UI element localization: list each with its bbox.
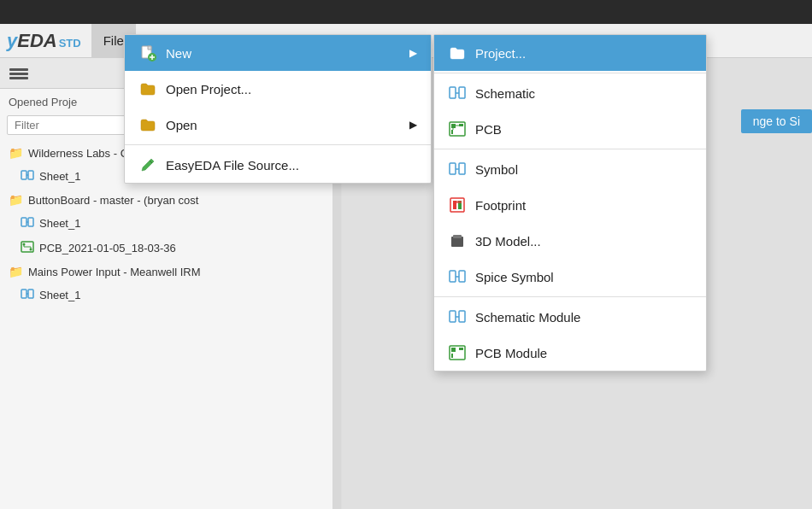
project-name: Mains Power Input - Meanwell IRM	[28, 266, 201, 278]
svg-rect-46	[451, 354, 453, 358]
folder-icon: 📁	[9, 146, 23, 160]
list-item[interactable]: Sheet_1	[0, 211, 341, 236]
submenu-item-3dmodel[interactable]: 3D Model...	[434, 223, 706, 259]
project-name: ButtonBoard - master - (bryan cost	[28, 194, 198, 207]
menu-item-open-project[interactable]: Open Project...	[125, 71, 431, 107]
submenu-item-schematic-module[interactable]: Schematic Module	[434, 299, 706, 335]
pencil-icon	[138, 155, 157, 174]
svg-rect-25	[451, 130, 453, 134]
submenu-item-pcb[interactable]: PCB	[434, 111, 706, 147]
project-name: PCB_2021-01-05_18-03-36	[39, 242, 176, 254]
schematic-icon	[21, 168, 34, 184]
menu-item-easyeda-label: EasyEDA File Source...	[166, 158, 299, 173]
svg-rect-3	[21, 171, 26, 179]
submenu-item-spice-symbol-label: Spice Symbol	[475, 270, 554, 284]
menu-item-open[interactable]: Open ▶	[125, 107, 431, 143]
menu-item-new[interactable]: New ▶	[125, 35, 431, 71]
svg-rect-20	[450, 87, 456, 98]
file-menu-dropdown: New ▶ Open Project... Open ▶ EasyEDA F	[124, 34, 432, 184]
svg-rect-7	[28, 218, 33, 226]
menu-item-new-label: New	[166, 46, 191, 61]
svg-rect-37	[453, 235, 462, 238]
menu-item-open-project-label: Open Project...	[166, 82, 251, 97]
svg-rect-4	[28, 171, 33, 179]
svg-rect-32	[450, 198, 464, 212]
layers-icon[interactable]	[7, 61, 31, 85]
pcb-icon	[21, 240, 34, 256]
app-logo: yEDA STD	[0, 30, 88, 52]
pcb-icon	[448, 120, 467, 138]
list-item[interactable]: 📁 ButtonBoard - master - (bryan cost	[0, 189, 341, 211]
list-item[interactable]: 📁 Mains Power Input - Meanwell IRM	[0, 260, 341, 283]
project-name: Sheet_1	[39, 170, 80, 183]
svg-rect-6	[21, 218, 26, 226]
new-submenu-dropdown: Project... Schematic PCB	[433, 34, 707, 372]
schematic-icon	[21, 215, 34, 231]
submenu-arrow-open: ▶	[409, 119, 417, 131]
symbol-icon	[448, 160, 467, 178]
open-project-icon	[138, 79, 157, 98]
svg-rect-0	[9, 68, 28, 71]
menu-item-easyeda-file[interactable]: EasyEDA File Source...	[125, 147, 431, 183]
submenu-item-project-label: Project...	[475, 46, 526, 61]
schematic-module-icon	[448, 307, 467, 326]
submenu-item-symbol-label: Symbol	[475, 162, 518, 177]
menu-divider	[125, 144, 431, 145]
list-item[interactable]: Sheet_1	[0, 283, 341, 307]
svg-rect-1	[9, 73, 28, 75]
svg-rect-41	[450, 311, 456, 322]
svg-rect-2	[9, 77, 28, 79]
submenu-item-footprint[interactable]: Footprint	[434, 187, 706, 223]
submenu-item-footprint-label: Footprint	[475, 198, 526, 213]
project-name: Sheet_1	[39, 289, 80, 301]
submenu-divider-3	[434, 296, 706, 297]
submenu-item-schematic-module-label: Schematic Module	[475, 310, 580, 325]
schematic-icon	[448, 84, 467, 102]
logo-std: STD	[59, 37, 81, 50]
svg-rect-26	[459, 124, 463, 126]
submenu-divider-1	[434, 73, 706, 73]
pcb-module-icon	[448, 343, 467, 362]
menu-item-open-label: Open	[166, 118, 197, 132]
submenu-arrow: ▶	[409, 47, 417, 59]
change-to-si-button[interactable]: nge to Si	[741, 109, 812, 133]
svg-rect-38	[450, 271, 456, 282]
svg-rect-47	[459, 348, 463, 350]
submenu-item-pcb-label: PCB	[475, 122, 502, 137]
svg-rect-12	[21, 290, 26, 298]
svg-rect-42	[459, 311, 465, 322]
svg-rect-21	[459, 87, 465, 98]
project-icon	[448, 44, 467, 62]
svg-rect-13	[28, 290, 33, 298]
footprint-icon	[448, 196, 467, 214]
svg-rect-24	[451, 124, 456, 128]
logo-y: y	[7, 30, 17, 52]
svg-rect-29	[450, 163, 456, 174]
submenu-item-project[interactable]: Project...	[434, 35, 706, 71]
top-bar	[0, 0, 812, 24]
schematic-icon	[21, 287, 34, 303]
3dmodel-icon	[448, 231, 467, 250]
folder-icon: 📁	[9, 193, 23, 207]
project-name: Sheet_1	[39, 217, 80, 230]
folder-icon: 📁	[9, 265, 23, 278]
svg-rect-35	[453, 201, 462, 203]
spice-symbol-icon	[448, 267, 467, 286]
list-item[interactable]: PCB_2021-01-05_18-03-36	[0, 236, 341, 260]
submenu-item-spice-symbol[interactable]: Spice Symbol	[434, 259, 706, 295]
submenu-divider-2	[434, 149, 706, 149]
svg-rect-30	[459, 163, 465, 174]
new-file-icon	[138, 44, 157, 62]
svg-rect-39	[459, 271, 465, 282]
logo-eda: EDA	[17, 30, 56, 52]
submenu-item-schematic[interactable]: Schematic	[434, 75, 706, 111]
svg-rect-45	[451, 348, 456, 352]
submenu-item-3dmodel-label: 3D Model...	[475, 234, 541, 249]
submenu-item-schematic-label: Schematic	[475, 86, 535, 101]
submenu-item-symbol[interactable]: Symbol	[434, 151, 706, 187]
submenu-item-pcb-module[interactable]: PCB Module	[434, 335, 706, 371]
submenu-item-pcb-module-label: PCB Module	[475, 346, 547, 360]
open-icon	[138, 115, 157, 134]
